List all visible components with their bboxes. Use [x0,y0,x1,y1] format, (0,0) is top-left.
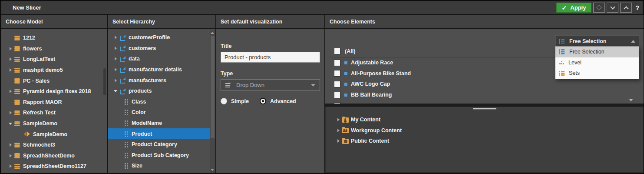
hierarchy-tree-item[interactable]: customerProfile [108,32,215,43]
hierarchy-tree-item[interactable]: ModelName [108,118,215,129]
caret-icon[interactable] [112,67,119,73]
model-tree-item[interactable]: SpreadhSheetDemo [1,151,107,161]
caret-icon[interactable] [7,110,14,116]
content-tree-item[interactable]: My Content [326,114,643,125]
caret-icon[interactable] [7,163,14,169]
caret-icon[interactable] [112,34,119,40]
menu-option[interactable]: Level [555,57,639,68]
model-tree-item[interactable]: SpreadhSheetDemo1127 [1,161,107,172]
element-row[interactable]: Bearing Ball [325,100,644,104]
collapse-button[interactable] [607,3,618,13]
advanced-radio[interactable] [260,98,266,104]
caret-icon[interactable] [117,120,124,126]
hierarchy-tree-item[interactable]: manufacturer details [108,64,215,75]
caret-icon[interactable] [335,138,342,144]
model-item-icon [14,142,20,148]
caret-icon[interactable] [117,99,124,105]
scroll-more-icon[interactable] [629,99,633,101]
content-tree-item[interactable]: Workgroup Content [326,125,643,136]
selection-mode-button[interactable]: Free Selection [555,36,639,47]
model-item-label: Rapport MAOR [23,99,62,105]
hierarchy-tree-item[interactable]: products [108,86,215,97]
caret-icon[interactable] [7,78,14,84]
caret-icon[interactable] [7,35,14,41]
model-tree-item[interactable]: mashpit demo5 [1,65,107,76]
element-checkbox[interactable] [334,92,340,98]
title-input[interactable] [221,52,320,63]
select-hierarchy-panel: Select Hierarchy customerProfile custome… [108,15,215,173]
caret-icon[interactable] [112,88,119,94]
model-item-label: mashpit demo5 [23,67,63,73]
caret-icon[interactable] [112,45,119,51]
caret-icon[interactable] [117,163,124,169]
content-tree-item[interactable]: Public Content [326,136,643,147]
menu-option[interactable]: Free Selection [555,47,639,57]
hierarchy-scrollbar-thumb[interactable] [211,36,215,138]
caret-icon[interactable] [335,117,342,123]
caret-icon[interactable] [117,152,124,158]
hierarchy-tree-item[interactable]: Class [108,97,215,107]
model-tree-item[interactable]: Rapport MAOR [1,97,107,108]
select-all-label: (All) [345,48,355,54]
hierarchy-item-label: Color [132,109,146,115]
menu-option-icon [559,70,565,76]
hierarchy-tree-item[interactable]: manufacturers [108,75,215,86]
element-row[interactable]: BB Ball Bearing [325,90,644,100]
caret-icon[interactable] [117,109,124,115]
model-tree-item[interactable]: Pyramid design fixes 2018 [1,86,107,97]
hierarchy-tree-item[interactable]: Color [108,107,215,118]
check-icon: ✓ [562,4,567,11]
content-tree: My Content Workgroup Content Public Cont… [326,110,643,147]
hierarchy-tree-item[interactable]: customers [108,43,215,54]
hierarchy-tree-item[interactable]: Size [108,161,215,171]
caret-icon[interactable] [17,131,24,137]
caret-icon[interactable] [7,88,14,94]
expand-button[interactable] [620,3,632,13]
model-tree-item[interactable]: PC - Sales [1,75,107,86]
hierarchy-tree-item[interactable]: Product Sub Category [108,150,215,161]
model-item-icon [14,46,20,51]
model-scrollbar-thumb[interactable] [103,68,106,95]
type-dropdown[interactable]: Drop Down [221,79,320,91]
select-all-checkbox[interactable] [334,48,340,54]
hierarchy-tree-item[interactable]: Product Category [108,139,215,150]
simple-radio[interactable] [221,98,227,104]
hierarchy-tree-item[interactable]: data [108,54,215,64]
scroll-down-icon[interactable] [211,169,214,171]
hierarchy-tree-item[interactable]: StandardCost [108,171,215,173]
model-tree-item[interactable]: SampleDemo [1,118,107,129]
model-tree-item[interactable]: Refresh Test [1,107,107,118]
model-tree-item[interactable]: Schmochel3 [1,140,107,151]
element-checkbox[interactable] [334,60,340,66]
scroll-up-icon[interactable] [211,32,214,34]
caret-icon[interactable] [117,141,124,147]
caret-icon[interactable] [7,153,14,159]
caret-icon[interactable] [112,77,119,84]
apply-button[interactable]: ✓ Apply [556,3,592,13]
hierarchy-tree-item[interactable]: Product [108,128,215,139]
element-checkbox[interactable] [334,81,340,87]
caret-icon[interactable] [7,120,14,127]
model-tree-item[interactable]: 1212 [1,33,107,44]
hierarchy-scrollbar[interactable] [210,30,215,173]
caret-icon[interactable] [335,127,342,134]
diamond-button[interactable] [593,3,605,13]
caret-icon[interactable] [7,46,14,52]
model-item-label: SampleDemo [33,131,67,137]
hierarchy-item-icon [119,67,125,73]
caret-icon[interactable] [112,56,119,62]
menu-option[interactable]: Sets [555,68,639,79]
element-checkbox[interactable] [334,70,340,77]
model-tree-item[interactable]: flowers [1,44,107,54]
caret-icon[interactable] [117,131,124,137]
caret-icon[interactable] [7,67,14,73]
help-button[interactable]: ? [635,4,639,11]
caret-icon[interactable] [7,99,14,105]
element-row[interactable]: AWC Logo Cap [325,79,644,90]
model-tree-item[interactable]: SampleDemo [1,129,107,140]
model-tree-item[interactable]: SpreadhSheetDemo1211 [1,172,107,173]
caret-icon[interactable] [7,56,14,62]
content-item-label: Public Content [351,138,389,144]
model-tree-item[interactable]: LongLatTest [1,54,107,65]
caret-icon[interactable] [7,142,14,148]
